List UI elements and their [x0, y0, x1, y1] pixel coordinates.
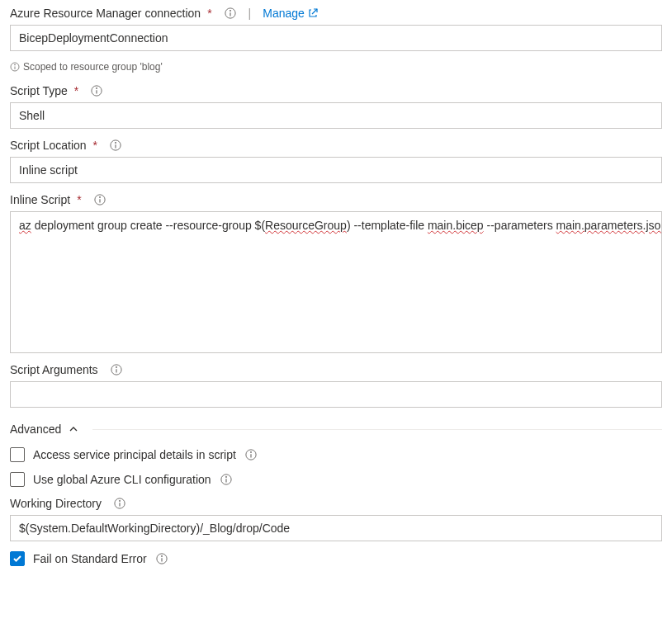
svg-point-2 — [230, 10, 230, 11]
working-directory-field-group: Working Directory — [10, 497, 662, 541]
working-directory-label-row: Working Directory — [10, 497, 662, 510]
access-principal-row: Access service principal details in scri… — [10, 447, 662, 462]
script-token: --parameters — [484, 219, 556, 232]
script-arguments-label: Script Arguments — [10, 363, 98, 376]
access-principal-label: Access service principal details in scri… — [33, 448, 236, 461]
global-cli-label: Use global Azure CLI configuration — [33, 473, 211, 486]
script-arguments-field-group: Script Arguments — [10, 363, 662, 408]
required-asterisk: * — [74, 84, 78, 97]
info-icon[interactable] — [93, 193, 106, 206]
script-type-input[interactable] — [10, 102, 662, 129]
fail-on-error-checkbox[interactable] — [10, 551, 25, 566]
svg-point-11 — [116, 142, 116, 143]
svg-point-26 — [119, 500, 120, 501]
external-link-icon — [308, 8, 318, 18]
script-location-field-group: Script Location * — [10, 139, 662, 183]
connection-field-group: Azure Resource Manager connection * | Ma… — [10, 7, 662, 51]
chevron-up-icon — [68, 423, 79, 435]
advanced-section-title: Advanced — [10, 423, 61, 436]
script-location-label: Script Location — [10, 139, 87, 152]
info-icon[interactable] — [244, 448, 258, 461]
scope-hint-text: Scoped to resource group 'blog' — [23, 61, 163, 73]
script-token: ResourceGroup — [265, 219, 347, 232]
required-asterisk: * — [207, 7, 211, 20]
script-location-label-row: Script Location * — [10, 139, 662, 152]
global-cli-checkbox[interactable] — [10, 472, 25, 487]
script-token: main.bicep — [428, 219, 484, 232]
script-type-label: Script Type — [10, 84, 68, 97]
svg-point-14 — [99, 196, 100, 197]
connection-label: Azure Resource Manager connection — [10, 7, 201, 20]
info-icon[interactable] — [220, 473, 233, 486]
info-icon[interactable] — [155, 552, 168, 565]
scope-hint: Scoped to resource group 'blog' — [10, 61, 662, 73]
script-type-field-group: Script Type * — [10, 84, 662, 129]
script-location-input[interactable] — [10, 157, 662, 183]
info-icon[interactable] — [109, 139, 122, 152]
inline-script-field-group: Inline Script * az deployment group crea… — [10, 193, 662, 353]
info-icon[interactable] — [90, 84, 103, 97]
section-divider-line — [92, 429, 662, 430]
svg-point-20 — [250, 451, 251, 452]
inline-script-textarea[interactable]: az deployment group create --resource-gr… — [10, 211, 662, 353]
svg-point-23 — [225, 476, 226, 477]
svg-point-29 — [161, 555, 162, 556]
inline-script-label-row: Inline Script * — [10, 193, 662, 206]
info-icon[interactable] — [224, 7, 237, 20]
fail-on-error-row: Fail on Standard Error — [10, 551, 662, 566]
script-token: ) --template-file — [347, 219, 428, 232]
svg-point-8 — [97, 87, 97, 88]
script-token: deployment group create --resource-group… — [31, 219, 265, 232]
fail-on-error-label: Fail on Standard Error — [33, 552, 147, 565]
divider: | — [248, 7, 252, 20]
connection-label-row: Azure Resource Manager connection * | Ma… — [10, 7, 662, 20]
script-token: main.parameters.json — [556, 219, 662, 232]
required-asterisk: * — [77, 193, 81, 206]
script-arguments-label-row: Script Arguments — [10, 363, 662, 376]
info-icon[interactable] — [110, 363, 123, 376]
script-token: az — [19, 219, 31, 232]
required-asterisk: * — [93, 139, 97, 152]
advanced-section-header[interactable]: Advanced — [10, 423, 662, 436]
script-type-label-row: Script Type * — [10, 84, 662, 97]
script-arguments-input[interactable] — [10, 381, 662, 408]
manage-link-label: Manage — [263, 7, 305, 20]
inline-script-label: Inline Script — [10, 193, 70, 206]
global-cli-row: Use global Azure CLI configuration — [10, 472, 662, 487]
manage-link[interactable]: Manage — [263, 7, 318, 20]
access-principal-checkbox[interactable] — [10, 447, 25, 462]
connection-input[interactable] — [10, 25, 662, 51]
working-directory-label: Working Directory — [10, 497, 102, 510]
working-directory-input[interactable] — [10, 515, 662, 541]
info-icon[interactable] — [113, 497, 126, 510]
svg-point-5 — [15, 64, 16, 65]
svg-point-17 — [116, 366, 116, 367]
